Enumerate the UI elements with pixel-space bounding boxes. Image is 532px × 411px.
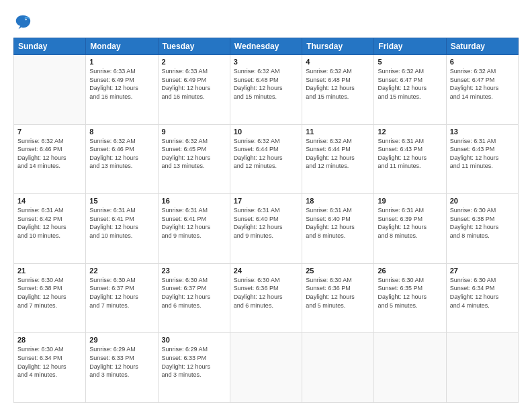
calendar-cell: 19Sunrise: 6:31 AM Sunset: 6:39 PM Dayli… xyxy=(374,194,446,264)
day-info: Sunrise: 6:32 AM Sunset: 6:46 PM Dayligh… xyxy=(89,137,154,171)
day-number: 14 xyxy=(17,197,82,205)
calendar-cell: 18Sunrise: 6:31 AM Sunset: 6:40 PM Dayli… xyxy=(302,194,374,264)
calendar-cell: 22Sunrise: 6:30 AM Sunset: 6:37 PM Dayli… xyxy=(86,263,158,333)
calendar-cell: 30Sunrise: 6:29 AM Sunset: 6:33 PM Dayli… xyxy=(158,333,230,403)
calendar-week-4: 21Sunrise: 6:30 AM Sunset: 6:38 PM Dayli… xyxy=(14,263,519,333)
page: SundayMondayTuesdayWednesdayThursdayFrid… xyxy=(0,0,532,411)
day-info: Sunrise: 6:32 AM Sunset: 6:44 PM Dayligh… xyxy=(306,137,370,171)
day-info: Sunrise: 6:31 AM Sunset: 6:41 PM Dayligh… xyxy=(162,206,226,240)
calendar-header-thursday: Thursday xyxy=(302,38,374,55)
day-number: 4 xyxy=(306,58,370,66)
calendar-cell: 15Sunrise: 6:31 AM Sunset: 6:41 PM Dayli… xyxy=(86,194,158,264)
logo xyxy=(13,12,35,31)
day-info: Sunrise: 6:30 AM Sunset: 6:37 PM Dayligh… xyxy=(89,276,154,310)
calendar-cell xyxy=(230,333,302,403)
calendar-cell: 3Sunrise: 6:32 AM Sunset: 6:48 PM Daylig… xyxy=(230,55,302,125)
day-number: 3 xyxy=(234,58,298,66)
calendar-cell: 26Sunrise: 6:30 AM Sunset: 6:35 PM Dayli… xyxy=(374,263,446,333)
day-info: Sunrise: 6:31 AM Sunset: 6:40 PM Dayligh… xyxy=(234,206,298,240)
day-info: Sunrise: 6:32 AM Sunset: 6:47 PM Dayligh… xyxy=(378,67,442,101)
calendar-header-tuesday: Tuesday xyxy=(158,38,230,55)
calendar-cell: 27Sunrise: 6:30 AM Sunset: 6:34 PM Dayli… xyxy=(446,263,518,333)
day-info: Sunrise: 6:30 AM Sunset: 6:36 PM Dayligh… xyxy=(306,276,370,310)
day-number: 23 xyxy=(162,267,226,275)
calendar-cell xyxy=(14,55,86,125)
day-info: Sunrise: 6:32 AM Sunset: 6:46 PM Dayligh… xyxy=(17,137,82,171)
calendar-week-3: 14Sunrise: 6:31 AM Sunset: 6:42 PM Dayli… xyxy=(14,194,519,264)
day-number: 15 xyxy=(89,197,154,205)
day-number: 20 xyxy=(450,197,515,205)
calendar-cell: 28Sunrise: 6:30 AM Sunset: 6:34 PM Dayli… xyxy=(14,333,86,403)
calendar-header-sunday: Sunday xyxy=(14,38,86,55)
day-info: Sunrise: 6:31 AM Sunset: 6:40 PM Dayligh… xyxy=(306,206,370,240)
day-number: 7 xyxy=(17,128,82,136)
calendar-cell: 29Sunrise: 6:29 AM Sunset: 6:33 PM Dayli… xyxy=(86,333,158,403)
day-number: 27 xyxy=(450,267,515,275)
day-number: 21 xyxy=(17,267,82,275)
calendar-cell: 24Sunrise: 6:30 AM Sunset: 6:36 PM Dayli… xyxy=(230,263,302,333)
calendar-cell: 14Sunrise: 6:31 AM Sunset: 6:42 PM Dayli… xyxy=(14,194,86,264)
day-number: 28 xyxy=(17,336,82,344)
calendar-cell: 25Sunrise: 6:30 AM Sunset: 6:36 PM Dayli… xyxy=(302,263,374,333)
calendar-cell: 12Sunrise: 6:31 AM Sunset: 6:43 PM Dayli… xyxy=(374,124,446,194)
day-info: Sunrise: 6:29 AM Sunset: 6:33 PM Dayligh… xyxy=(89,345,154,379)
day-info: Sunrise: 6:30 AM Sunset: 6:36 PM Dayligh… xyxy=(234,276,298,310)
day-info: Sunrise: 6:30 AM Sunset: 6:37 PM Dayligh… xyxy=(162,276,226,310)
day-number: 16 xyxy=(162,197,226,205)
calendar-header-wednesday: Wednesday xyxy=(230,38,302,55)
header xyxy=(13,12,519,31)
calendar-cell xyxy=(302,333,374,403)
day-number: 24 xyxy=(234,267,298,275)
day-number: 18 xyxy=(306,197,370,205)
day-info: Sunrise: 6:33 AM Sunset: 6:49 PM Dayligh… xyxy=(162,67,226,101)
day-info: Sunrise: 6:30 AM Sunset: 6:38 PM Dayligh… xyxy=(450,206,515,240)
calendar-cell: 17Sunrise: 6:31 AM Sunset: 6:40 PM Dayli… xyxy=(230,194,302,264)
calendar-header-saturday: Saturday xyxy=(446,38,518,55)
day-number: 17 xyxy=(234,197,298,205)
calendar-cell: 16Sunrise: 6:31 AM Sunset: 6:41 PM Dayli… xyxy=(158,194,230,264)
day-info: Sunrise: 6:32 AM Sunset: 6:47 PM Dayligh… xyxy=(450,67,515,101)
day-info: Sunrise: 6:31 AM Sunset: 6:39 PM Dayligh… xyxy=(378,206,442,240)
day-number: 25 xyxy=(306,267,370,275)
day-number: 30 xyxy=(162,336,226,344)
calendar-week-2: 7Sunrise: 6:32 AM Sunset: 6:46 PM Daylig… xyxy=(14,124,519,194)
calendar-cell: 20Sunrise: 6:30 AM Sunset: 6:38 PM Dayli… xyxy=(446,194,518,264)
day-number: 2 xyxy=(162,58,226,66)
calendar-header-monday: Monday xyxy=(86,38,158,55)
calendar-cell: 1Sunrise: 6:33 AM Sunset: 6:49 PM Daylig… xyxy=(86,55,158,125)
logo-icon xyxy=(13,12,32,31)
day-number: 10 xyxy=(234,128,298,136)
day-info: Sunrise: 6:30 AM Sunset: 6:35 PM Dayligh… xyxy=(378,276,442,310)
day-info: Sunrise: 6:29 AM Sunset: 6:33 PM Dayligh… xyxy=(162,345,226,379)
day-number: 9 xyxy=(162,128,226,136)
day-info: Sunrise: 6:33 AM Sunset: 6:49 PM Dayligh… xyxy=(89,67,154,101)
day-info: Sunrise: 6:31 AM Sunset: 6:41 PM Dayligh… xyxy=(89,206,154,240)
day-number: 19 xyxy=(378,197,442,205)
day-info: Sunrise: 6:32 AM Sunset: 6:48 PM Dayligh… xyxy=(234,67,298,101)
calendar-week-5: 28Sunrise: 6:30 AM Sunset: 6:34 PM Dayli… xyxy=(14,333,519,403)
calendar-cell: 6Sunrise: 6:32 AM Sunset: 6:47 PM Daylig… xyxy=(446,55,518,125)
day-info: Sunrise: 6:30 AM Sunset: 6:34 PM Dayligh… xyxy=(17,345,82,379)
day-number: 26 xyxy=(378,267,442,275)
day-info: Sunrise: 6:31 AM Sunset: 6:43 PM Dayligh… xyxy=(378,137,442,171)
calendar-table: SundayMondayTuesdayWednesdayThursdayFrid… xyxy=(13,38,519,403)
day-info: Sunrise: 6:30 AM Sunset: 6:34 PM Dayligh… xyxy=(450,276,515,310)
calendar-cell xyxy=(374,333,446,403)
day-info: Sunrise: 6:30 AM Sunset: 6:38 PM Dayligh… xyxy=(17,276,82,310)
calendar-cell: 8Sunrise: 6:32 AM Sunset: 6:46 PM Daylig… xyxy=(86,124,158,194)
svg-point-0 xyxy=(26,19,27,20)
day-number: 29 xyxy=(89,336,154,344)
day-info: Sunrise: 6:32 AM Sunset: 6:48 PM Dayligh… xyxy=(306,67,370,101)
calendar-cell: 5Sunrise: 6:32 AM Sunset: 6:47 PM Daylig… xyxy=(374,55,446,125)
calendar-cell: 13Sunrise: 6:31 AM Sunset: 6:43 PM Dayli… xyxy=(446,124,518,194)
calendar-header-row: SundayMondayTuesdayWednesdayThursdayFrid… xyxy=(14,38,519,55)
day-number: 6 xyxy=(450,58,515,66)
calendar-cell: 23Sunrise: 6:30 AM Sunset: 6:37 PM Dayli… xyxy=(158,263,230,333)
day-info: Sunrise: 6:32 AM Sunset: 6:44 PM Dayligh… xyxy=(234,137,298,171)
day-info: Sunrise: 6:31 AM Sunset: 6:42 PM Dayligh… xyxy=(17,206,82,240)
calendar-week-1: 1Sunrise: 6:33 AM Sunset: 6:49 PM Daylig… xyxy=(14,55,519,125)
day-number: 8 xyxy=(89,128,154,136)
calendar-cell: 21Sunrise: 6:30 AM Sunset: 6:38 PM Dayli… xyxy=(14,263,86,333)
day-info: Sunrise: 6:32 AM Sunset: 6:45 PM Dayligh… xyxy=(162,137,226,171)
day-number: 5 xyxy=(378,58,442,66)
